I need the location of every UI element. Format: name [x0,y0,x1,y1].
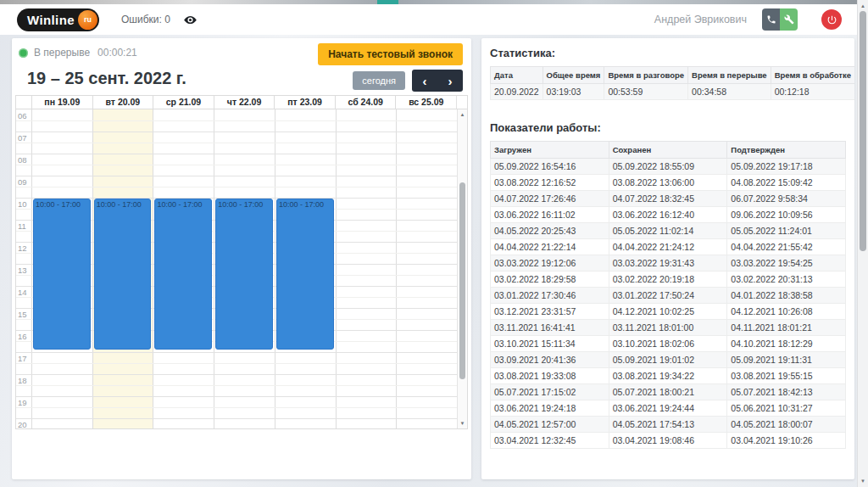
start-test-call-button[interactable]: Начать тестовый звонок [318,43,463,65]
hour-label: 14 [18,288,27,297]
cell: 03.02.2022 18:29:58 [491,271,609,288]
hour-label: 09 [18,177,27,187]
winline-logo[interactable]: Winline ru [17,8,99,31]
table-row: 05.09.2022 16:54:1605.09.2022 18:55:0905… [491,159,846,175]
day-column-2[interactable]: 10:00 - 17:00 [92,109,153,428]
cell: 03.04.2021 19:08:46 [609,433,727,449]
cell: 05.05.2022 11:24:01 [727,223,846,239]
power-button[interactable] [821,9,842,30]
schedule-panel: В перерыве 00:00:21 Начать тестовый звон… [12,38,471,479]
table-row: 03.10.2021 15:11:3403.10.2021 18:02:0604… [491,336,846,352]
table-row: 03.08.2021 19:33:0803.08.2021 19:34:2203… [491,368,846,384]
column-header: Время в обработке [771,67,854,84]
cell: 04.04.2022 21:24:12 [609,239,727,255]
column-header: Сохранен [609,142,727,159]
table-row: 04.05.2022 20:25:4305.05.2022 11:02:1405… [491,223,846,239]
status-indicator: В перерыве 00:00:21 [19,47,137,59]
stats-panel: Статистика: ДатаОбщее времяВремя в разго… [481,38,854,479]
day-column-5[interactable]: 10:00 - 17:00 [275,109,336,428]
calendar-event[interactable]: 10:00 - 17:00 [276,199,334,350]
cell: 05.07.2021 17:15:02 [491,384,609,400]
cell: 04.12.2021 10:26:08 [727,304,846,320]
cell: 03.01.2022 17:50:24 [609,288,727,304]
day-column-7[interactable] [396,109,457,428]
cell: 05.09.2021 19:11:31 [727,352,846,368]
column-header: Время в разговоре [604,67,688,84]
cell: 03.12.2021 23:31:57 [491,304,609,320]
hour-label: 11 [18,221,26,231]
cell: 05.09.2022 16:54:16 [491,159,609,175]
prev-button[interactable]: ‹ [412,70,437,92]
cell: 00:12:18 [771,84,854,100]
cell: 06.07.2022 9:58:34 [727,191,846,207]
app-header: Winline ru Ошибки: 0 Андрей Эврикович [0,4,857,35]
cell: 04.08.2022 15:09:42 [727,175,846,191]
statistics-title: Статистика: [490,47,846,59]
table-row: 03.12.2021 23:31:5704.12.2021 10:02:2504… [491,304,846,320]
calendar-grid: 06070809101112131415161718192010:00 - 17… [16,109,467,428]
scrollbar-down-icon[interactable]: ▼ [858,477,868,485]
calendar-scrollbar-thumb[interactable] [459,182,465,379]
day-column-1[interactable]: 10:00 - 17:00 [31,109,92,428]
power-icon [826,14,837,25]
work-table-head: ЗагруженСохраненПодтвержден [491,142,846,159]
today-button[interactable]: сегодня [353,71,405,90]
cell: 03.04.2021 19:10:26 [727,433,846,449]
calendar-scrollbar-up-icon[interactable]: ▲ [458,111,467,118]
cell: 04.12.2021 10:02:25 [609,304,727,320]
cell: 04.04.2022 21:22:14 [491,239,609,255]
hour-label: 15 [18,310,27,319]
calendar-nav: ‹ › [412,70,463,92]
next-button[interactable]: › [437,70,463,92]
day-column-4[interactable]: 10:00 - 17:00 [214,109,275,428]
cell: 03.08.2022 12:16:52 [491,175,609,191]
wrench-button[interactable] [780,8,798,31]
table-row: 03.04.2021 12:32:4503.04.2021 19:08:4603… [491,433,846,449]
viewport-scrollbar[interactable]: ▲ ▼ [857,0,868,487]
cell: 03.06.2021 19:24:18 [491,400,609,417]
hour-label: 19 [18,398,27,407]
day-column-6[interactable] [336,109,397,428]
errors-count: Ошибки: 0 [121,14,170,25]
table-row: 03.06.2022 16:11:0203.06.2022 16:12:4009… [491,207,846,223]
cell: 03.08.2022 13:06:00 [609,175,727,191]
phone-button[interactable] [762,8,780,31]
hour-label: 10 [18,199,27,209]
cell: 03.04.2021 12:32:45 [491,433,609,449]
day-header-6: сб 24.09 [335,96,396,109]
cell: 04.05.2022 20:25:43 [491,223,609,239]
cell: 20.09.2022 [491,84,543,100]
calendar-event[interactable]: 10:00 - 17:00 [33,199,91,350]
header-button-group [762,8,798,31]
cell: 05.09.2022 18:55:09 [609,159,727,175]
cell: 03.10.2021 15:11:34 [491,336,609,352]
work-indicators-table: ЗагруженСохраненПодтвержден 05.09.2022 1… [490,141,846,449]
calendar-event[interactable]: 10:00 - 17:00 [154,199,212,350]
screen: Winline ru Ошибки: 0 Андрей Эврикович [0,0,868,487]
table-row: 03.03.2022 19:12:0603.03.2022 19:31:4303… [491,255,846,271]
cell: 00:34:58 [688,84,771,100]
eye-icon[interactable] [183,13,198,27]
chevron-left-icon: ‹ [423,75,427,87]
cell: 03.09.2021 20:41:36 [491,352,609,368]
calendar: пн 19.09вт 20.09ср 21.09чт 22.09пт 23.09… [15,95,468,429]
calendar-scrollbar[interactable]: ▲▼ [457,109,467,428]
cell: 05.07.2021 18:00:21 [609,384,727,400]
cell: 04.04.2022 21:55:42 [727,239,846,255]
hour-label: 12 [18,244,27,253]
scrollbar-up-icon[interactable]: ▲ [858,2,868,10]
scrollbar-thumb[interactable] [860,11,866,251]
cell: 04.07.2022 17:26:46 [491,191,609,207]
cell: 03.11.2021 18:01:00 [609,320,727,336]
cell: 03.02.2022 20:19:18 [609,271,727,288]
cell: 05.09.2021 19:01:02 [609,352,727,368]
status-dot [19,48,28,58]
calendar-event[interactable]: 10:00 - 17:00 [94,199,152,350]
column-header: Загружен [491,142,609,159]
scrollbar-spacer [456,96,467,109]
day-column-3[interactable]: 10:00 - 17:00 [153,109,214,428]
calendar-scrollbar-down-icon[interactable]: ▼ [458,420,467,427]
cell: 04.05.2021 18:00:07 [727,417,846,433]
calendar-event[interactable]: 10:00 - 17:00 [215,199,273,350]
hour-label: 18 [18,376,27,385]
